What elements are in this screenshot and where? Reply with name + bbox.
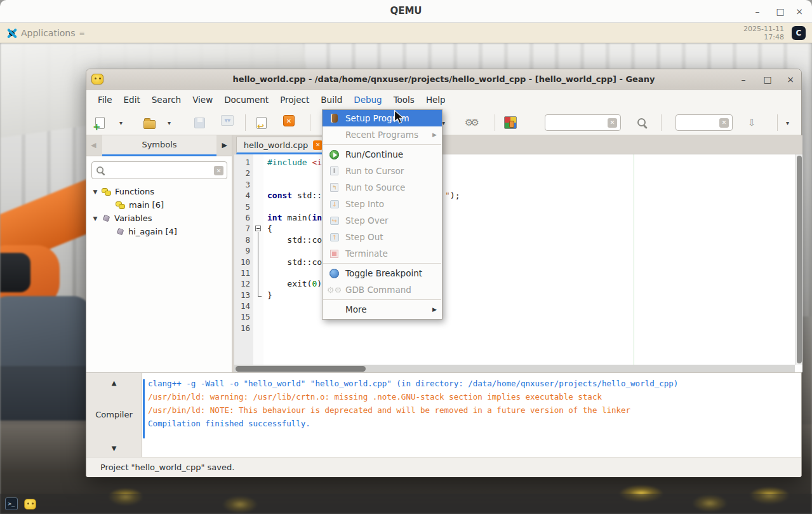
menu-project[interactable]: Project [274, 90, 315, 110]
symbols-tree-item-main[interactable]: main [6] [86, 198, 232, 212]
tabs-scroll-up-icon[interactable]: ▲ [86, 379, 142, 386]
open-file-button[interactable] [143, 115, 156, 130]
tab-close-icon[interactable]: ✕ [313, 140, 323, 150]
revert-button[interactable]: ↩ [256, 115, 267, 130]
color-chooser-icon [504, 116, 517, 129]
close-document-button[interactable]: ✕ [283, 115, 295, 126]
menu-edit[interactable]: Edit [118, 90, 146, 110]
tab-compiler[interactable]: Compiler [86, 410, 142, 419]
toolbar: ▾ ▾ ▼▼ ↩ ✕ ▾ ⚙⚙ ✕ ✕ ⇩ ▾ [86, 110, 801, 135]
menu-view[interactable]: View [187, 90, 218, 110]
menu-tools[interactable]: Tools [388, 90, 420, 110]
menu-help[interactable]: Help [420, 90, 451, 110]
hscroll-thumb[interactable] [236, 366, 366, 372]
expander-icon[interactable]: ▼ [91, 215, 99, 222]
fold-margin [253, 311, 263, 322]
panel-status-icon[interactable]: C [792, 26, 806, 40]
geany-titlebar[interactable]: hello_world.cpp - /data/home/qnxuser/pro… [86, 69, 801, 90]
search-input[interactable]: ✕ [545, 114, 621, 131]
symbol-label: Functions [115, 187, 154, 196]
save-icon [194, 118, 205, 128]
menu-search[interactable]: Search [146, 90, 187, 110]
gdb-glyph: ⚙⚙ [327, 285, 342, 295]
expander-icon[interactable]: ▼ [91, 189, 99, 195]
symbols-tree-item-variables[interactable]: ▼Variables [86, 212, 232, 225]
terminal-taskbar-icon[interactable]: >_ [5, 497, 18, 510]
new-file-button[interactable] [95, 115, 105, 130]
fold-margin[interactable] [253, 223, 263, 234]
symbols-tree-item-functions[interactable]: ▼Functions [86, 185, 232, 198]
clear-search-icon[interactable]: ✕ [608, 118, 617, 128]
qemu-maximize-button[interactable]: □ [772, 4, 789, 18]
open-file-dropdown[interactable]: ▾ [168, 115, 171, 130]
submenu-arrow-icon: ▶ [432, 132, 437, 138]
find-button[interactable] [636, 115, 648, 130]
menu-item-label: Toggle Breakpoint [345, 268, 422, 278]
editor-horizontal-scrollbar[interactable] [234, 365, 795, 372]
goto-line-input[interactable]: ✕ [676, 114, 733, 131]
toolbar-overflow-button[interactable]: ▾ [786, 115, 789, 130]
code-area[interactable]: 1#include <i234const std::");56int main(… [234, 154, 795, 365]
fold-collapse-icon[interactable] [255, 226, 261, 231]
tab-hello-world-cpp[interactable]: hello_world.cpp ✕ [236, 137, 330, 154]
menu-item-label: Step Out [345, 232, 383, 242]
code-text [263, 311, 267, 322]
tabs-scroll-left-icon[interactable]: ◀ [91, 141, 96, 149]
menu-item-more[interactable]: More▶ [323, 301, 442, 318]
menu-item-toggle-breakpoint[interactable]: Toggle Breakpoint [323, 265, 442, 281]
code-text [263, 301, 267, 311]
menu-item-label: GDB Command [345, 285, 411, 295]
save-button[interactable] [194, 115, 205, 130]
terminate-icon [329, 248, 340, 259]
editor: hello_world.cpp ✕ 1#include <i234const s… [234, 135, 802, 372]
geany-maximize-button[interactable]: □ [759, 72, 776, 86]
code-line-14: 14 [234, 301, 795, 311]
menu-document[interactable]: Document [218, 90, 274, 110]
menu-separator [323, 263, 441, 264]
vscroll-thumb[interactable] [797, 156, 802, 363]
tab-symbols[interactable]: Symbols [102, 135, 216, 156]
geany-minimize-button[interactable]: – [735, 72, 752, 86]
menu-debug[interactable]: Debug [348, 90, 387, 110]
open-folder-icon [143, 120, 156, 129]
step-over-icon [329, 215, 340, 226]
save-all-button[interactable]: ▼▼ [221, 115, 234, 126]
sidebar: ◀ Symbols ▶ ✕ ▼Functionsmain [6]▼Variabl… [86, 135, 232, 372]
tabs-scroll-down-icon[interactable]: ▼ [86, 445, 142, 452]
run-to-cursor-glyph [330, 166, 338, 175]
setup-glyph [331, 114, 338, 123]
menu-item-run-continue[interactable]: Run/Continue [323, 146, 442, 163]
run-icon [329, 149, 340, 159]
menu-item-label: Recent Programs [345, 130, 418, 140]
compiler-message: clang++ -g -Wall -o "hello_world" "hello… [148, 377, 799, 390]
new-file-dropdown[interactable]: ▾ [119, 115, 123, 130]
search-icon [636, 117, 648, 128]
geany-taskbar-icon[interactable] [24, 499, 36, 510]
symbols-filter-input[interactable]: ✕ [91, 161, 227, 179]
applications-menu-button[interactable]: Applications ≡ [4, 25, 88, 41]
color-chooser-button[interactable] [504, 115, 517, 130]
tabs-scroll-right-icon[interactable]: ▶ [222, 141, 227, 149]
geany-close-button[interactable]: × [782, 72, 799, 86]
qemu-close-button[interactable]: × [791, 4, 808, 18]
symbols-tree-item-hi_again[interactable]: hi_again [4] [86, 225, 232, 238]
menu-file[interactable]: File [92, 90, 118, 110]
menu-item-step-over: Step Over [323, 212, 442, 229]
editor-vertical-scrollbar[interactable] [795, 154, 802, 365]
menu-item-setup-program[interactable]: Setup Program [323, 110, 442, 126]
code-line-12: 12 exit(0) [234, 278, 795, 289]
toolbar-separator [495, 114, 495, 131]
menu-build[interactable]: Build [315, 90, 348, 110]
qemu-window-title: QEMU [0, 5, 812, 17]
step-out-glyph [330, 233, 339, 241]
clear-goto-icon[interactable]: ✕ [719, 118, 729, 128]
goto-line-button[interactable]: ⇩ [748, 115, 756, 130]
code-line-5: 5 [234, 201, 795, 212]
fold-margin [253, 179, 263, 190]
clear-filter-icon[interactable]: ✕ [214, 166, 223, 175]
code-line-8: 8 std::co [234, 234, 795, 245]
fold-margin [253, 190, 263, 201]
fold-margin [253, 157, 263, 168]
qemu-minimize-button[interactable]: – [749, 4, 766, 18]
execute-button[interactable]: ⚙⚙ [465, 115, 477, 130]
